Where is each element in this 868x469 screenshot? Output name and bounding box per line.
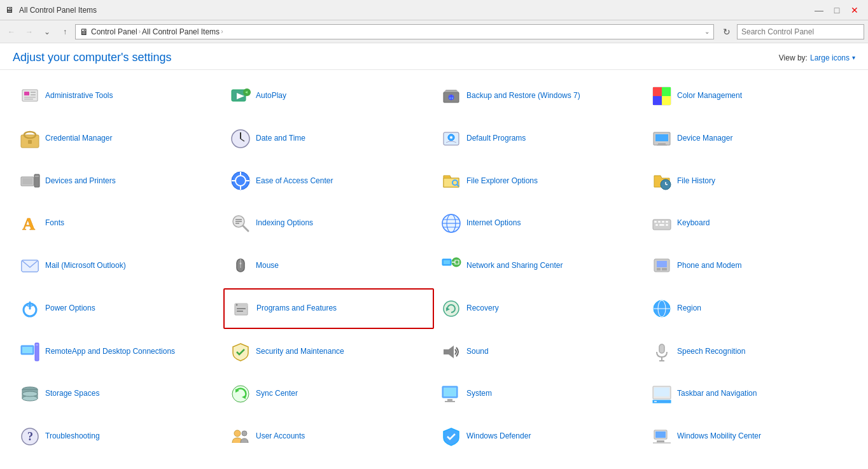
item-security-maintenance[interactable]: Security and Maintenance — [223, 332, 434, 372]
icon-administrative-tools — [20, 86, 40, 106]
svg-rect-110 — [654, 388, 669, 396]
svg-rect-14 — [662, 87, 671, 96]
svg-rect-118 — [655, 431, 666, 438]
label-mouse: Mouse — [256, 261, 279, 271]
item-user-accounts[interactable]: User Accounts — [223, 416, 434, 456]
item-file-history[interactable]: File History — [645, 161, 855, 201]
svg-rect-33 — [35, 176, 39, 177]
title-bar-title: All Control Panel Items — [19, 6, 97, 15]
svg-rect-59 — [658, 221, 661, 223]
icon-storage-spaces — [20, 384, 40, 404]
label-file-explorer-options: File Explorer Options — [466, 176, 538, 186]
label-remoteapp: RemoteApp and Desktop Connections — [45, 347, 175, 357]
svg-point-25 — [450, 136, 452, 139]
up-button[interactable]: ↑ — [57, 24, 73, 39]
item-speech-recognition[interactable]: Speech Recognition — [645, 332, 855, 372]
item-indexing-options[interactable]: Indexing Options — [223, 204, 434, 244]
item-date-time[interactable]: Date and Time — [223, 119, 434, 159]
label-file-history: File History — [677, 176, 715, 186]
item-default-programs[interactable]: Default Programs — [434, 119, 645, 159]
icon-keyboard — [652, 213, 672, 234]
label-security-maintenance: Security and Maintenance — [256, 347, 344, 357]
item-troubleshooting[interactable]: ?Troubleshooting — [13, 416, 223, 456]
item-network-sharing[interactable]: Network and Sharing Center — [434, 246, 645, 286]
item-keyboard[interactable]: Keyboard — [645, 204, 855, 244]
item-power-options[interactable]: Power Options — [13, 288, 223, 330]
breadcrumb-all-items[interactable]: All Control Panel Items — [142, 27, 220, 36]
icon-sync-center — [230, 384, 251, 404]
item-color-management[interactable]: Color Management — [645, 76, 855, 116]
svg-point-116 — [242, 431, 247, 436]
icon-programs-features — [231, 298, 251, 319]
forward-button[interactable]: → — [22, 24, 37, 39]
view-by-dropdown-icon[interactable]: ▾ — [852, 54, 855, 61]
item-sync-center[interactable]: Sync Center — [223, 374, 434, 414]
item-device-manager[interactable]: Device Manager — [645, 119, 855, 159]
item-phone-modem[interactable]: Phone and Modem — [645, 246, 855, 286]
title-bar-controls: — □ ✕ — [811, 4, 863, 17]
item-internet-options[interactable]: Internet Options — [434, 204, 645, 244]
back-button[interactable]: ← — [4, 24, 19, 39]
item-file-explorer-options[interactable]: File Explorer Options — [434, 161, 645, 201]
item-ease-of-access[interactable]: Ease of Access Center — [223, 161, 434, 201]
svg-text:A: A — [22, 214, 36, 234]
icon-system — [441, 384, 461, 404]
recent-dropdown-button[interactable]: ⌄ — [39, 24, 55, 39]
content-header: Adjust your computer's settings View by:… — [0, 43, 868, 70]
label-default-programs: Default Programs — [466, 134, 526, 144]
item-recovery[interactable]: Recovery — [434, 288, 645, 330]
view-by-value[interactable]: Large icons — [810, 53, 850, 62]
maximize-button[interactable]: □ — [829, 4, 845, 17]
item-sound[interactable]: Sound — [434, 332, 645, 372]
address-dropdown-icon[interactable]: ⌄ — [704, 28, 710, 35]
label-storage-spaces: Storage Spaces — [45, 389, 99, 399]
item-system[interactable]: System — [434, 374, 645, 414]
label-sync-center: Sync Center — [256, 389, 298, 399]
address-bar[interactable]: 🖥 Control Panel › All Control Panel Item… — [75, 24, 714, 39]
svg-marker-94 — [449, 346, 454, 358]
icon-mail — [20, 255, 40, 276]
svg-rect-3 — [31, 94, 36, 95]
label-backup-restore: Backup and Restore (Windows 7) — [466, 91, 580, 101]
item-credential-manager[interactable]: Credential Manager — [13, 119, 223, 159]
item-remoteapp[interactable]: RemoteApp and Desktop Connections — [13, 332, 223, 372]
item-windows-mobility[interactable]: Windows Mobility Center — [645, 416, 855, 456]
icon-network-sharing — [441, 255, 461, 276]
label-recovery: Recovery — [466, 304, 499, 314]
item-mail[interactable]: Mail (Microsoft Outlook) — [13, 246, 223, 286]
svg-point-101 — [22, 391, 38, 396]
svg-rect-95 — [659, 344, 664, 353]
item-autoplay[interactable]: AutoPlay — [223, 76, 434, 116]
item-devices-printers[interactable]: Devices and Printers — [13, 161, 223, 201]
minimize-button[interactable]: — — [811, 4, 827, 17]
icon-windows-mobility — [652, 426, 672, 447]
refresh-button[interactable]: ↻ — [719, 24, 734, 39]
icon-sound — [441, 342, 461, 362]
svg-rect-106 — [444, 388, 456, 396]
svg-rect-15 — [653, 96, 662, 105]
item-mouse[interactable]: Mouse — [223, 246, 434, 286]
item-windows-defender[interactable]: Windows Defender — [434, 416, 645, 456]
item-taskbar[interactable]: Taskbar and Navigation — [645, 374, 855, 414]
svg-rect-16 — [662, 96, 671, 105]
svg-rect-4 — [24, 97, 36, 98]
item-storage-spaces[interactable]: Storage Spaces — [13, 374, 223, 414]
label-keyboard: Keyboard — [677, 218, 710, 228]
svg-rect-64 — [666, 224, 668, 226]
icon-file-explorer-options — [441, 171, 461, 191]
svg-rect-29 — [657, 144, 667, 146]
search-input[interactable] — [737, 24, 864, 39]
label-programs-features: Programs and Features — [256, 304, 337, 314]
breadcrumb-control-panel[interactable]: Control Panel — [91, 27, 137, 36]
close-button[interactable]: ✕ — [846, 4, 863, 17]
svg-rect-71 — [444, 260, 450, 264]
item-region[interactable]: Region — [645, 288, 855, 330]
icon-date-time — [230, 129, 251, 149]
view-by-label: View by: — [779, 53, 808, 62]
view-by-control: View by: Large icons ▾ — [779, 53, 855, 62]
item-programs-features[interactable]: Programs and Features — [223, 288, 434, 330]
label-sound: Sound — [466, 347, 489, 357]
item-administrative-tools[interactable]: Administrative Tools — [13, 76, 223, 116]
item-fonts[interactable]: AFonts — [13, 204, 223, 244]
item-backup-restore[interactable]: Backup and Restore (Windows 7) — [434, 76, 645, 116]
